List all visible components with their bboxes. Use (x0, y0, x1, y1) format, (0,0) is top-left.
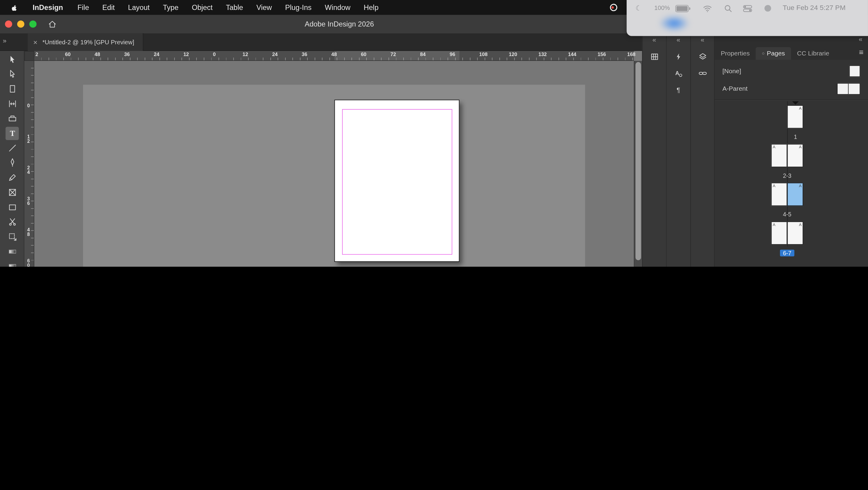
free-transform-tool[interactable] (5, 230, 19, 243)
menu-item-layout[interactable]: Layout (121, 0, 156, 15)
page-tool[interactable] (5, 82, 19, 95)
h-ruler-number: 132 (538, 52, 547, 57)
home-icon[interactable] (48, 19, 58, 29)
pen-tool[interactable] (5, 156, 19, 170)
tab-close-icon[interactable]: × (33, 38, 37, 47)
collapse-panel-icon[interactable]: « (859, 36, 862, 43)
scrollbar-thumb[interactable] (636, 62, 641, 261)
h-ruler-number: 0 (213, 52, 216, 57)
dock-c-icons (691, 50, 714, 81)
menu-item-edit[interactable]: Edit (96, 0, 121, 15)
parent-row-a[interactable]: A-Parent (715, 81, 868, 96)
document-tab-label: *Untitled-2 @ 19% [GPU Preview] (42, 39, 134, 45)
pages-spread-6-7[interactable]: AA6-7 (753, 221, 821, 257)
window-minimize-button[interactable] (17, 21, 24, 28)
document-canvas[interactable] (34, 61, 634, 267)
horizontal-ruler[interactable]: 2604836241201224364860728496108120132144… (34, 51, 634, 61)
collapse-dock-icon[interactable]: « (691, 36, 714, 47)
moon-icon[interactable]: ☾ (636, 4, 642, 12)
parent-prefix-label: A (799, 145, 802, 150)
h-ruler-number: 24 (272, 52, 278, 57)
parent-row-none[interactable]: [None] (715, 63, 868, 78)
links-icon[interactable] (695, 66, 710, 81)
content-collector-tool[interactable] (5, 112, 19, 125)
page-thumbnail[interactable]: A (787, 144, 803, 167)
window-title: Adobe InDesign 2026 (305, 20, 374, 28)
parent-prefix-label: A (773, 145, 775, 150)
v-ruler-number: 60 (26, 259, 31, 267)
parent-none-thumbnail[interactable] (849, 65, 860, 77)
direct-selection-tool[interactable] (5, 67, 19, 81)
recording-indicator-icon[interactable] (610, 3, 618, 14)
spread-label[interactable]: 6-7 (780, 250, 794, 256)
menu-item-window[interactable]: Window (318, 0, 357, 15)
menu-item-indesign[interactable]: InDesign (26, 0, 71, 15)
menu-item-type[interactable]: Type (156, 0, 185, 15)
selection-tool[interactable] (5, 53, 19, 66)
page-thumbnail[interactable]: A (787, 221, 803, 245)
line-tool[interactable] (5, 141, 19, 155)
page-thumbnail[interactable]: A (771, 221, 787, 245)
window-zoom-button[interactable] (29, 21, 36, 28)
scissors-tool[interactable] (5, 215, 19, 228)
rectangle-tool[interactable] (5, 201, 19, 214)
page-thumbnail[interactable]: A (787, 105, 803, 128)
expand-toolbar-icon[interactable]: » (3, 37, 6, 45)
pages-spread-2-3[interactable]: AA2-3 (753, 144, 821, 180)
parent-a-left-thumbnail[interactable] (837, 83, 849, 95)
parent-a-right-thumbnail[interactable] (849, 83, 861, 95)
menu-item-file[interactable]: File (71, 0, 96, 15)
h-ruler-number: 2 (36, 52, 38, 57)
svg-text:T: T (10, 129, 15, 138)
gap-tool[interactable] (5, 97, 19, 110)
collapse-dock-icon[interactable]: « (666, 36, 690, 47)
menu-item-table[interactable]: Table (219, 0, 250, 15)
libraries-bolt-icon[interactable] (671, 50, 686, 64)
vertical-ruler[interactable]: 0122436486001224364860 (24, 61, 34, 267)
page-thumbnail[interactable]: A (771, 144, 787, 167)
gradient-swatch-tool[interactable] (5, 245, 19, 258)
menu-item-object[interactable]: Object (185, 0, 219, 15)
h-ruler-number: 48 (95, 52, 100, 57)
tab-cc-libraries[interactable]: CC Librarie (791, 47, 835, 60)
character-styles-icon[interactable]: A (671, 66, 686, 81)
panel-divider (715, 100, 868, 101)
type-tool[interactable]: T (5, 127, 19, 140)
gradient-feather-tool[interactable] (5, 259, 19, 267)
pencil-tool[interactable] (5, 171, 19, 184)
siri-icon[interactable] (764, 4, 772, 14)
spotlight-icon[interactable] (724, 4, 733, 14)
pages-panel-content: [None] A-Parent A1AA2-3AA4-5AA6-7 (715, 60, 868, 267)
pages-spread-4-5[interactable]: AA4-5 (753, 183, 821, 218)
document-tab[interactable]: × *Untitled-2 @ 19% [GPU Preview] (28, 33, 144, 51)
wifi-icon[interactable] (703, 5, 712, 14)
tab-properties[interactable]: Properties (715, 47, 756, 60)
menu-item-view[interactable]: View (250, 0, 278, 15)
menu-item-plug-ins[interactable]: Plug-Ins (278, 0, 318, 15)
page-thumbnail[interactable]: A (771, 183, 787, 206)
page-thumbnail[interactable]: A (787, 183, 803, 206)
panel-grid-icon[interactable] (647, 50, 662, 64)
spread-label[interactable]: 2-3 (783, 172, 792, 179)
collapse-dock-icon[interactable]: « (643, 36, 666, 47)
frame-tool[interactable] (5, 186, 19, 199)
menu-item-help[interactable]: Help (357, 0, 385, 15)
apple-menu-icon[interactable] (10, 3, 19, 12)
menu-bar-clock[interactable]: Tue Feb 24 5:27 PM (783, 4, 845, 12)
control-center-icon[interactable] (743, 5, 752, 14)
paragraph-styles-icon[interactable]: ¶ (671, 83, 686, 97)
document-page-single[interactable] (334, 100, 459, 262)
pages-spread-1[interactable]: A1 (753, 101, 821, 141)
panel-menu-icon[interactable]: ≡ (859, 48, 864, 56)
ruler-origin-box[interactable] (24, 51, 34, 61)
system-status-overlay: ☾ 100% Tue Feb 24 5:27 PM (627, 0, 868, 36)
parent-prefix-label: A (773, 222, 775, 227)
window-close-button[interactable] (5, 21, 12, 28)
spread-label[interactable]: 1 (794, 133, 797, 140)
tab-pages[interactable]: ○ Pages (756, 47, 791, 60)
layers-icon[interactable] (695, 50, 710, 64)
vertical-scrollbar[interactable] (634, 61, 642, 267)
h-ruler-number: 108 (479, 52, 488, 57)
panel-dot-icon: ○ (762, 51, 765, 56)
spread-label[interactable]: 4-5 (783, 211, 792, 218)
